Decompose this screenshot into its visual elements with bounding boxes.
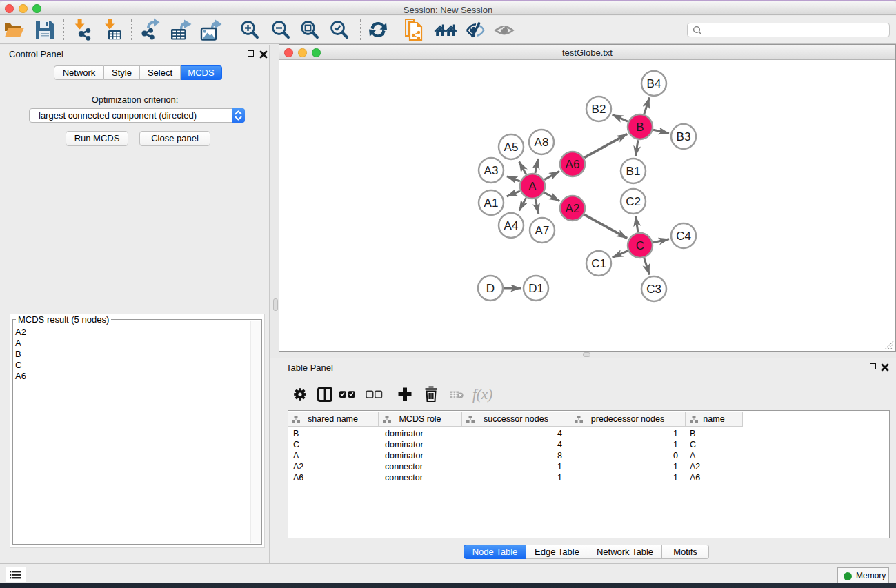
svg-text:C: C (636, 239, 644, 252)
svg-text:A4: A4 (504, 219, 519, 232)
svg-text:A6: A6 (566, 158, 580, 171)
svg-text:f(x): f(x) (472, 386, 492, 403)
svg-text:A5: A5 (504, 141, 519, 154)
svg-text:A7: A7 (535, 224, 550, 237)
svg-text:C1: C1 (591, 257, 606, 270)
svg-text:C2: C2 (626, 195, 641, 208)
svg-text:B: B (636, 121, 644, 134)
svg-text:B4: B4 (647, 77, 661, 90)
svg-text:B3: B3 (677, 130, 691, 143)
svg-text:A2: A2 (566, 202, 580, 215)
svg-text:D1: D1 (528, 282, 544, 295)
svg-text:C4: C4 (676, 230, 691, 243)
svg-text:A: A (528, 180, 537, 193)
svg-text:B1: B1 (626, 165, 641, 178)
svg-text:A3: A3 (484, 164, 499, 177)
svg-text:A1: A1 (484, 196, 499, 210)
svg-text:D: D (486, 282, 495, 295)
svg-text:C3: C3 (646, 283, 661, 296)
svg-text:B2: B2 (592, 103, 606, 116)
svg-text:A8: A8 (535, 136, 549, 149)
